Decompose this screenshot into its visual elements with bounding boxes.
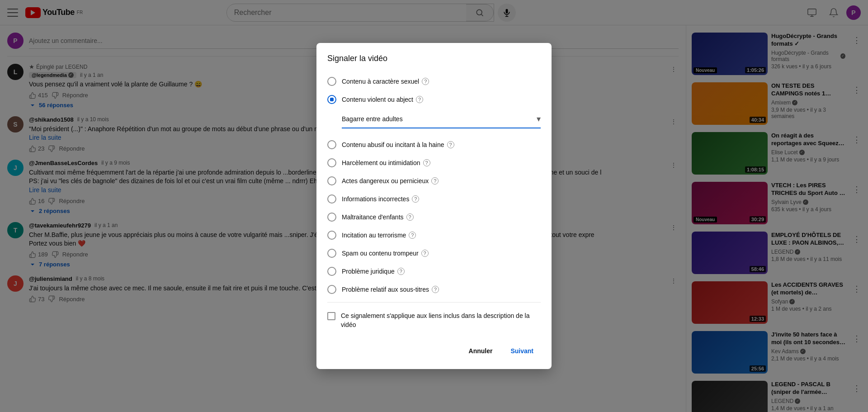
- radio-circle: [327, 194, 336, 204]
- radio-circle: [327, 95, 336, 104]
- radio-label: Harcèlement ou intimidation?: [342, 159, 430, 166]
- help-icon[interactable]: ?: [432, 286, 439, 293]
- radio-circle: [327, 140, 336, 149]
- radio-option[interactable]: Contenu violent ou abject?: [327, 90, 541, 109]
- radio-circle: [327, 158, 336, 167]
- help-icon[interactable]: ?: [422, 78, 429, 85]
- help-icon[interactable]: ?: [416, 96, 423, 103]
- radio-label: Contenu à caractère sexuel?: [342, 78, 429, 85]
- radio-option[interactable]: Problème juridique?: [327, 262, 541, 280]
- checkbox-label: Ce signalement s'applique aux liens incl…: [341, 312, 541, 329]
- modal-options: Contenu à caractère sexuel?Contenu viole…: [327, 72, 541, 298]
- help-icon[interactable]: ?: [406, 213, 414, 221]
- help-icon[interactable]: ?: [412, 195, 419, 203]
- radio-label: Spam ou contenu trompeur?: [342, 250, 429, 257]
- radio-circle: [327, 77, 336, 86]
- radio-option[interactable]: Harcèlement ou intimidation?: [327, 154, 541, 172]
- cancel-button[interactable]: Annuler: [462, 344, 500, 358]
- help-icon[interactable]: ?: [447, 141, 454, 148]
- modal-title: Signaler la vidéo: [327, 54, 541, 63]
- radio-circle: [327, 267, 336, 276]
- report-modal: Signaler la vidéo Contenu à caractère se…: [316, 43, 552, 369]
- help-icon[interactable]: ?: [431, 177, 439, 185]
- subcategory-dropdown[interactable]: Bagarre entre adultes▾: [342, 110, 541, 128]
- apply-links-checkbox[interactable]: [327, 312, 335, 320]
- checkbox-row: Ce signalement s'applique aux liens incl…: [327, 306, 541, 335]
- radio-option[interactable]: Contenu abusif ou incitant à la haine?: [327, 136, 541, 154]
- radio-label: Informations incorrectes?: [342, 195, 419, 203]
- radio-label: Maltraitance d'enfants?: [342, 213, 414, 221]
- radio-option[interactable]: Actes dangereux ou pernicieux?: [327, 172, 541, 190]
- radio-circle: [327, 176, 336, 185]
- help-icon[interactable]: ?: [423, 159, 430, 166]
- modal-actions: Annuler Suivant: [327, 344, 541, 358]
- divider: [327, 302, 541, 303]
- radio-option[interactable]: Spam ou contenu trompeur?: [327, 244, 541, 262]
- radio-label: Problème juridique?: [342, 268, 405, 275]
- radio-label: Actes dangereux ou pernicieux?: [342, 177, 439, 185]
- radio-circle: [327, 285, 336, 294]
- radio-label: Incitation au terrorisme?: [342, 232, 416, 239]
- next-button[interactable]: Suivant: [503, 344, 541, 358]
- radio-option[interactable]: Maltraitance d'enfants?: [327, 208, 541, 226]
- radio-option[interactable]: Problème relatif aux sous-titres?: [327, 280, 541, 298]
- help-icon[interactable]: ?: [397, 268, 405, 275]
- help-icon[interactable]: ?: [421, 250, 429, 257]
- help-icon[interactable]: ?: [409, 232, 416, 239]
- radio-circle: [327, 213, 336, 222]
- radio-label: Contenu violent ou abject?: [342, 96, 423, 103]
- radio-option[interactable]: Incitation au terrorisme?: [327, 226, 541, 244]
- modal-overlay[interactable]: Signaler la vidéo Contenu à caractère se…: [0, 0, 868, 412]
- subcategory-text: Bagarre entre adultes: [342, 115, 403, 123]
- radio-option[interactable]: Informations incorrectes?: [327, 190, 541, 208]
- radio-circle: [327, 249, 336, 258]
- radio-option[interactable]: Contenu à caractère sexuel?: [327, 72, 541, 90]
- radio-label: Problème relatif aux sous-titres?: [342, 286, 439, 293]
- radio-label: Contenu abusif ou incitant à la haine?: [342, 141, 454, 148]
- dropdown-arrow-icon: ▾: [537, 114, 541, 124]
- radio-circle: [327, 231, 336, 240]
